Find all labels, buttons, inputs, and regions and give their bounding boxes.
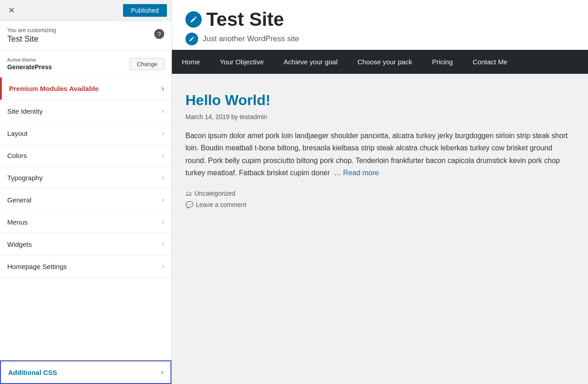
- customizing-label: You are customizing: [7, 27, 56, 34]
- theme-label: Active theme: [7, 57, 52, 62]
- chevron-right-icon: ›: [162, 151, 164, 159]
- preview-panel: Test Site Just another WordPress site Ho…: [172, 0, 588, 384]
- sidebar-item-label: Menus: [7, 218, 28, 226]
- sidebar-item-colors[interactable]: Colors ›: [0, 144, 171, 167]
- edit-site-title-icon[interactable]: [185, 11, 202, 28]
- additional-css-chevron-icon: ›: [161, 368, 163, 376]
- sidebar-item-general[interactable]: General ›: [0, 189, 171, 211]
- sidebar-item-label: General: [7, 196, 31, 204]
- read-more-link[interactable]: Read more: [343, 169, 379, 177]
- chevron-right-icon: ›: [162, 240, 164, 248]
- customizer-menu-list: Site Identity › Layout › Colors › Typogr…: [0, 100, 171, 360]
- site-tagline: Just another WordPress site: [203, 34, 299, 43]
- premium-modules-section[interactable]: Premium Modules Available ›: [0, 77, 171, 100]
- customizing-title: Test Site: [7, 34, 56, 44]
- customizing-info: You are customizing Test Site ?: [0, 21, 171, 51]
- sidebar-item-widgets[interactable]: Widgets ›: [0, 233, 171, 255]
- post-comment-link[interactable]: 💬Leave a comment: [185, 199, 574, 211]
- customizer-panel: ✕ Published You are customizing Test Sit…: [0, 0, 172, 384]
- sidebar-item-homepage-settings[interactable]: Homepage Settings ›: [0, 255, 171, 278]
- post-category: 🗂Uncategorized: [185, 188, 574, 199]
- post-footer: 🗂Uncategorized 💬Leave a comment: [185, 188, 574, 211]
- chevron-right-icon: ›: [162, 196, 164, 204]
- chevron-right-icon: ›: [162, 173, 164, 182]
- site-title: Test Site: [206, 9, 284, 30]
- theme-name: GeneratePress: [7, 63, 52, 71]
- site-navigation: Home Your Objective Achieve your goal Ch…: [172, 50, 588, 74]
- change-theme-button[interactable]: Change: [130, 58, 164, 70]
- top-bar: ✕ Published: [0, 0, 171, 21]
- nav-item-choose-your-pack[interactable]: Choose your pack: [347, 50, 422, 74]
- sidebar-item-menus[interactable]: Menus ›: [0, 211, 171, 233]
- sidebar-item-label: Site Identity: [7, 107, 43, 115]
- sidebar-item-typography[interactable]: Typography ›: [0, 167, 171, 189]
- nav-item-your-objective[interactable]: Your Objective: [210, 50, 274, 74]
- post-title[interactable]: Hello World!: [185, 92, 574, 109]
- post-content: Bacon ipsum dolor amet pork loin landjae…: [185, 130, 574, 179]
- sidebar-item-label: Typography: [7, 174, 43, 182]
- published-button[interactable]: Published: [123, 4, 167, 17]
- sidebar-item-label: Homepage Settings: [7, 263, 67, 270]
- sidebar-item-layout[interactable]: Layout ›: [0, 122, 171, 144]
- premium-chevron-icon: ›: [161, 84, 164, 93]
- sidebar-item-label: Layout: [7, 130, 28, 137]
- nav-item-achieve-your-goal[interactable]: Achieve your goal: [274, 50, 347, 74]
- chevron-right-icon: ›: [162, 262, 164, 270]
- edit-tagline-icon[interactable]: [185, 33, 198, 45]
- additional-css-section[interactable]: Additional CSS ›: [0, 360, 171, 384]
- sidebar-item-label: Colors: [7, 152, 27, 159]
- additional-css-label: Additional CSS: [8, 369, 57, 376]
- site-content: Hello World! March 14, 2019 by testadmin…: [172, 74, 588, 384]
- active-theme-section: Active theme GeneratePress Change: [0, 51, 171, 77]
- nav-item-home[interactable]: Home: [172, 50, 210, 74]
- post-meta: March 14, 2019 by testadmin: [185, 113, 574, 120]
- close-button[interactable]: ✕: [5, 4, 19, 17]
- sidebar-item-label: Widgets: [7, 240, 32, 248]
- help-icon[interactable]: ?: [154, 29, 164, 39]
- chevron-right-icon: ›: [162, 107, 164, 115]
- site-header: Test Site Just another WordPress site: [172, 0, 588, 50]
- chevron-right-icon: ›: [162, 129, 164, 137]
- nav-item-contact-me[interactable]: Contact Me: [463, 50, 517, 74]
- premium-modules-label: Premium Modules Available: [9, 85, 99, 92]
- chevron-right-icon: ›: [162, 218, 164, 226]
- nav-item-pricing[interactable]: Pricing: [422, 50, 463, 74]
- sidebar-item-site-identity[interactable]: Site Identity ›: [0, 100, 171, 122]
